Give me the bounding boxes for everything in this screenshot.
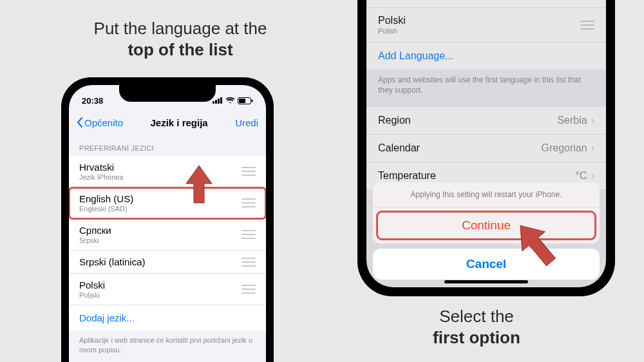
language-subtitle: Jezik iPhonea bbox=[79, 173, 124, 181]
region-row[interactable]: Region Serbia› bbox=[366, 107, 606, 135]
chevron-right-icon: › bbox=[591, 142, 594, 154]
drag-handle-icon[interactable] bbox=[242, 258, 256, 267]
drag-handle-icon[interactable] bbox=[242, 285, 256, 294]
row-label: Calendar bbox=[378, 142, 420, 154]
language-title: Polski bbox=[378, 15, 406, 26]
language-title: Српски bbox=[79, 225, 111, 236]
add-language-link[interactable]: Dodaj jezik... bbox=[69, 305, 266, 330]
section-footer: Aplikacije i web stranice će koristiti p… bbox=[69, 330, 266, 362]
phone-notch bbox=[119, 85, 216, 102]
row-value: Gregorian bbox=[542, 142, 587, 154]
svg-rect-2 bbox=[218, 99, 220, 104]
svg-rect-1 bbox=[215, 100, 217, 104]
caption-text: Select the bbox=[439, 307, 514, 326]
language-list: Hrvatski Jezik iPhonea English (US) Engl… bbox=[69, 156, 266, 330]
language-row[interactable]: Serbian (Latin) bbox=[366, 0, 606, 8]
language-title: Polski bbox=[79, 280, 105, 291]
nav-bar: Općenito Jezik i regija Uredi bbox=[69, 110, 266, 135]
drag-handle-icon[interactable] bbox=[242, 230, 256, 239]
svg-rect-0 bbox=[213, 101, 214, 104]
drag-handle-icon[interactable] bbox=[242, 198, 256, 207]
cancel-button[interactable]: Cancel bbox=[373, 249, 600, 280]
arrow-up-icon bbox=[184, 164, 214, 205]
status-time: 20:38 bbox=[82, 96, 103, 106]
chevron-right-icon: › bbox=[591, 170, 594, 182]
phone-mockup-right: Serbian (Latin) Polski Polish Add Langua… bbox=[357, 0, 615, 296]
settings-list: Region Serbia› Calendar Gregorian› Tempe… bbox=[366, 107, 606, 190]
row-label: Temperature bbox=[378, 170, 436, 182]
instruction-left: Put the language at the top of the list bbox=[64, 18, 296, 60]
language-subtitle: Poljski bbox=[79, 291, 105, 299]
language-title: Srpski (latinica) bbox=[79, 256, 146, 267]
chevron-right-icon: › bbox=[591, 115, 594, 126]
section-footer: Apps and websites will use the first lan… bbox=[366, 70, 606, 107]
caption-bold: first option bbox=[433, 328, 520, 347]
language-row-highlighted[interactable]: English (US) Engleski (SAD) bbox=[69, 187, 266, 219]
language-row[interactable]: Српски Srpski bbox=[69, 219, 266, 251]
calendar-row[interactable]: Calendar Gregorian› bbox=[366, 135, 606, 162]
caption-bold: top of the list bbox=[128, 40, 232, 59]
caption-text: Put the language at the bbox=[94, 19, 267, 38]
language-title: English (US) bbox=[79, 193, 133, 204]
row-label: Region bbox=[378, 115, 411, 126]
row-value: °C bbox=[576, 170, 587, 182]
language-subtitle: Polish bbox=[378, 27, 406, 35]
nav-back-label: Općenito bbox=[84, 117, 123, 128]
instruction-right: Select the first option bbox=[361, 306, 592, 348]
action-sheet: Applying this setting will restart your … bbox=[373, 182, 600, 280]
svg-rect-3 bbox=[220, 97, 222, 104]
nav-edit-button[interactable]: Uredi bbox=[235, 117, 258, 128]
add-language-link[interactable]: Add Language... bbox=[366, 43, 606, 70]
drag-handle-icon[interactable] bbox=[242, 167, 256, 176]
home-indicator bbox=[444, 280, 528, 283]
language-row[interactable]: Srpski (latinica) bbox=[69, 251, 266, 274]
svg-rect-5 bbox=[239, 99, 245, 103]
language-row[interactable]: Hrvatski Jezik iPhonea bbox=[69, 156, 266, 187]
chevron-left-icon bbox=[77, 117, 83, 128]
nav-title: Jezik i regija bbox=[150, 117, 207, 128]
language-row[interactable]: Polski Poljski bbox=[69, 274, 266, 305]
language-row[interactable]: Polski Polish bbox=[366, 8, 606, 43]
svg-rect-6 bbox=[252, 99, 253, 102]
section-header-preferred: PREFERIRANI JEZICI bbox=[69, 135, 266, 156]
drag-handle-icon[interactable] bbox=[580, 21, 594, 30]
phone-mockup-left: 20:38 Općenito Jezik i regija Uredi PREF… bbox=[61, 77, 274, 362]
language-title: Hrvatski bbox=[79, 162, 124, 173]
status-icons bbox=[213, 97, 253, 104]
language-subtitle: Engleski (SAD) bbox=[79, 205, 133, 213]
nav-back-button[interactable]: Općenito bbox=[77, 117, 123, 128]
sheet-message: Applying this setting will restart your … bbox=[373, 182, 600, 207]
row-value: Serbia bbox=[557, 115, 587, 126]
language-subtitle: Srpski bbox=[79, 236, 111, 244]
arrow-pointer-icon bbox=[507, 216, 565, 274]
